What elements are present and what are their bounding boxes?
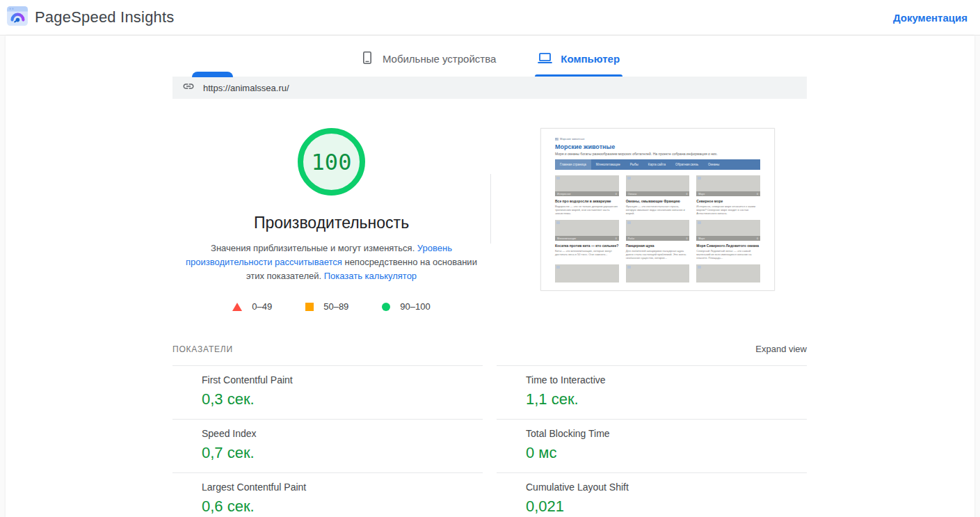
thumb-nav-bar: Главная страницаМлекопитающиеРыбыКарта с…	[555, 159, 760, 170]
thumb-card: Рыбы0 Панцирная щука Для любителей аквар…	[626, 220, 690, 260]
metric-value: 0 мс	[526, 444, 610, 462]
metric-value: 0,3 сек.	[202, 390, 293, 408]
screenshot-pane: Морские животные Морские животные Моря и…	[490, 128, 775, 312]
legend-average-label: 50–89	[323, 301, 348, 312]
mobile-phone-icon	[360, 51, 374, 67]
metrics-right-column: Time to Interactive 1,1 сек. Total Block…	[497, 365, 807, 517]
metric-value: 1,1 сек.	[526, 390, 606, 408]
score-pane: 100 Производительность Значения приблизи…	[172, 128, 490, 312]
thumb-card-partial	[696, 264, 760, 283]
thumb-card-partial	[555, 264, 619, 283]
metric-row-lcp: Largest Contentful Paint 0,6 сек.	[172, 472, 483, 517]
app-logo-group[interactable]: PageSpeed Insights	[7, 6, 175, 29]
fail-triangle-icon	[232, 303, 242, 311]
thumb-article-grid: Интересное0 Все про водоросли в аквариум…	[555, 175, 760, 283]
thumb-card: Океаны0 Океаны, омывающие Францию Франци…	[626, 175, 690, 215]
metric-value: 0,7 сек.	[202, 444, 257, 462]
url-tab-indicator[interactable]	[192, 72, 233, 77]
tab-desktop-label: Компьютер	[561, 53, 620, 65]
thumb-card: Млекопитающие0 Косатка против кита — кто…	[555, 220, 619, 260]
metric-row-fcp: First Contentful Paint 0,3 сек.	[172, 365, 483, 419]
performance-score-gauge[interactable]: 100	[298, 128, 365, 196]
thumb-card: Моря0 Моря Северного Ледовитого океана С…	[696, 220, 760, 260]
thumb-card: Интересное0 Все про водоросли в аквариум…	[555, 175, 619, 215]
app-header: PageSpeed Insights Документация	[0, 0, 980, 35]
url-section: https://animalssea.ru/	[172, 77, 807, 99]
legend-item-average: 50–89	[305, 301, 348, 312]
thumb-site-subtitle: Моря и океаны богаты разнообразием морск…	[555, 152, 760, 156]
expand-view-toggle[interactable]: Expand view	[755, 344, 807, 354]
average-square-icon	[305, 303, 314, 311]
app-title: PageSpeed Insights	[35, 8, 175, 26]
tab-mobile-label: Мобильные устройства	[383, 53, 496, 65]
tab-mobile[interactable]: Мобильные устройства	[358, 47, 499, 77]
metric-label: First Contentful Paint	[202, 374, 293, 385]
metrics-left-column: First Contentful Paint 0,3 сек. Speed In…	[172, 365, 483, 517]
tab-desktop[interactable]: Компьютер	[535, 47, 622, 77]
thumb-card-partial	[626, 264, 690, 283]
metric-row-tti: Time to Interactive 1,1 сек.	[497, 365, 807, 419]
report-card: Мобильные устройства Компьютер https://a…	[6, 35, 974, 517]
thumb-site-logo: Морские животные	[555, 137, 760, 141]
metric-value: 0,6 сек.	[202, 498, 306, 516]
metric-row-cls: Cumulative Layout Shift 0,021	[497, 472, 807, 517]
metric-value: 0,021	[526, 498, 629, 516]
thumb-card: Моря0 Северное море Интересно, северное …	[696, 175, 760, 215]
page-screenshot-thumbnail[interactable]: Морские животные Морские животные Моря и…	[540, 128, 775, 291]
metric-row-tbt: Total Blocking Time 0 мс	[497, 419, 807, 472]
metrics-section-title: ПОКАЗАТЕЛИ	[172, 344, 233, 354]
metric-label: Cumulative Layout Shift	[526, 482, 629, 493]
metric-row-speed-index: Speed Index 0,7 сек.	[172, 419, 483, 472]
url-bar[interactable]: https://animalssea.ru/	[172, 77, 807, 99]
description-text-1: Значения приблизительные и могут изменят…	[211, 243, 417, 253]
score-legend: 0–49 50–89 90–100	[232, 301, 430, 312]
performance-section: 100 Производительность Значения приблизи…	[172, 128, 807, 312]
performance-description: Значения приблизительные и могут изменят…	[184, 241, 479, 283]
legend-item-fail: 0–49	[232, 301, 272, 312]
metric-label: Time to Interactive	[526, 374, 606, 385]
metric-label: Largest Contentful Paint	[202, 482, 306, 493]
metric-label: Total Blocking Time	[526, 428, 610, 439]
performance-title: Производительность	[254, 214, 409, 232]
pagespeed-logo-icon	[7, 6, 28, 29]
device-tabs: Мобильные устройства Компьютер	[6, 35, 974, 77]
metrics-section: ПОКАЗАТЕЛИ Expand view First Contentful …	[172, 344, 807, 517]
legend-item-pass: 90–100	[382, 301, 430, 312]
desktop-computer-icon	[538, 51, 552, 67]
legend-fail-label: 0–49	[252, 301, 272, 312]
performance-score-value: 100	[312, 149, 352, 175]
thumb-site-title: Морские животные	[555, 143, 760, 150]
pass-circle-icon	[382, 303, 390, 311]
legend-pass-label: 90–100	[400, 301, 430, 312]
link-icon	[182, 80, 195, 95]
metric-label: Speed Index	[202, 428, 257, 439]
calculator-link[interactable]: Показать калькулятор	[324, 271, 417, 281]
documentation-link[interactable]: Документация	[893, 12, 967, 24]
analyzed-url: https://animalssea.ru/	[203, 83, 289, 93]
